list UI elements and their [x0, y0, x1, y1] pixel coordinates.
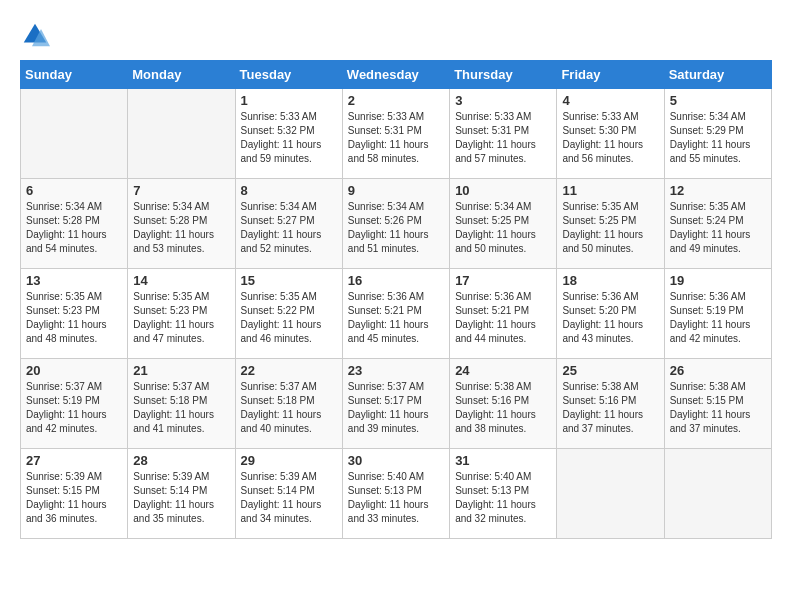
day-number: 17 [455, 273, 551, 288]
day-info: Sunrise: 5:39 AMSunset: 5:15 PMDaylight:… [26, 470, 122, 526]
day-info: Sunrise: 5:34 AMSunset: 5:28 PMDaylight:… [26, 200, 122, 256]
calendar-cell: 16Sunrise: 5:36 AMSunset: 5:21 PMDayligh… [342, 269, 449, 359]
calendar-cell: 10Sunrise: 5:34 AMSunset: 5:25 PMDayligh… [450, 179, 557, 269]
header-cell-thursday: Thursday [450, 61, 557, 89]
day-number: 2 [348, 93, 444, 108]
day-info: Sunrise: 5:34 AMSunset: 5:26 PMDaylight:… [348, 200, 444, 256]
calendar-cell: 4Sunrise: 5:33 AMSunset: 5:30 PMDaylight… [557, 89, 664, 179]
day-number: 25 [562, 363, 658, 378]
calendar-cell: 20Sunrise: 5:37 AMSunset: 5:19 PMDayligh… [21, 359, 128, 449]
day-info: Sunrise: 5:37 AMSunset: 5:17 PMDaylight:… [348, 380, 444, 436]
calendar-cell: 19Sunrise: 5:36 AMSunset: 5:19 PMDayligh… [664, 269, 771, 359]
day-info: Sunrise: 5:33 AMSunset: 5:31 PMDaylight:… [348, 110, 444, 166]
calendar-cell: 7Sunrise: 5:34 AMSunset: 5:28 PMDaylight… [128, 179, 235, 269]
calendar-cell: 3Sunrise: 5:33 AMSunset: 5:31 PMDaylight… [450, 89, 557, 179]
day-info: Sunrise: 5:40 AMSunset: 5:13 PMDaylight:… [348, 470, 444, 526]
calendar-cell: 29Sunrise: 5:39 AMSunset: 5:14 PMDayligh… [235, 449, 342, 539]
day-info: Sunrise: 5:37 AMSunset: 5:18 PMDaylight:… [133, 380, 229, 436]
day-info: Sunrise: 5:36 AMSunset: 5:21 PMDaylight:… [455, 290, 551, 346]
header-cell-saturday: Saturday [664, 61, 771, 89]
logo [20, 20, 54, 50]
day-number: 13 [26, 273, 122, 288]
day-info: Sunrise: 5:33 AMSunset: 5:32 PMDaylight:… [241, 110, 337, 166]
calendar-cell: 9Sunrise: 5:34 AMSunset: 5:26 PMDaylight… [342, 179, 449, 269]
header-cell-monday: Monday [128, 61, 235, 89]
day-number: 5 [670, 93, 766, 108]
calendar-cell: 12Sunrise: 5:35 AMSunset: 5:24 PMDayligh… [664, 179, 771, 269]
day-info: Sunrise: 5:39 AMSunset: 5:14 PMDaylight:… [241, 470, 337, 526]
day-info: Sunrise: 5:37 AMSunset: 5:19 PMDaylight:… [26, 380, 122, 436]
day-info: Sunrise: 5:34 AMSunset: 5:29 PMDaylight:… [670, 110, 766, 166]
day-number: 4 [562, 93, 658, 108]
day-number: 7 [133, 183, 229, 198]
day-info: Sunrise: 5:36 AMSunset: 5:21 PMDaylight:… [348, 290, 444, 346]
day-number: 31 [455, 453, 551, 468]
day-number: 29 [241, 453, 337, 468]
calendar-cell: 15Sunrise: 5:35 AMSunset: 5:22 PMDayligh… [235, 269, 342, 359]
day-number: 23 [348, 363, 444, 378]
day-number: 26 [670, 363, 766, 378]
header-row: SundayMondayTuesdayWednesdayThursdayFrid… [21, 61, 772, 89]
calendar-cell: 13Sunrise: 5:35 AMSunset: 5:23 PMDayligh… [21, 269, 128, 359]
calendar-cell: 14Sunrise: 5:35 AMSunset: 5:23 PMDayligh… [128, 269, 235, 359]
calendar-cell: 1Sunrise: 5:33 AMSunset: 5:32 PMDaylight… [235, 89, 342, 179]
day-number: 11 [562, 183, 658, 198]
day-number: 15 [241, 273, 337, 288]
calendar-cell [21, 89, 128, 179]
page-header [20, 20, 772, 50]
calendar-cell: 22Sunrise: 5:37 AMSunset: 5:18 PMDayligh… [235, 359, 342, 449]
day-number: 14 [133, 273, 229, 288]
header-cell-friday: Friday [557, 61, 664, 89]
day-info: Sunrise: 5:33 AMSunset: 5:30 PMDaylight:… [562, 110, 658, 166]
day-info: Sunrise: 5:40 AMSunset: 5:13 PMDaylight:… [455, 470, 551, 526]
week-row-1: 1Sunrise: 5:33 AMSunset: 5:32 PMDaylight… [21, 89, 772, 179]
calendar-cell: 17Sunrise: 5:36 AMSunset: 5:21 PMDayligh… [450, 269, 557, 359]
day-info: Sunrise: 5:35 AMSunset: 5:22 PMDaylight:… [241, 290, 337, 346]
day-number: 12 [670, 183, 766, 198]
day-info: Sunrise: 5:36 AMSunset: 5:19 PMDaylight:… [670, 290, 766, 346]
calendar-cell: 5Sunrise: 5:34 AMSunset: 5:29 PMDaylight… [664, 89, 771, 179]
day-info: Sunrise: 5:36 AMSunset: 5:20 PMDaylight:… [562, 290, 658, 346]
day-info: Sunrise: 5:34 AMSunset: 5:27 PMDaylight:… [241, 200, 337, 256]
week-row-3: 13Sunrise: 5:35 AMSunset: 5:23 PMDayligh… [21, 269, 772, 359]
calendar-cell: 11Sunrise: 5:35 AMSunset: 5:25 PMDayligh… [557, 179, 664, 269]
day-number: 24 [455, 363, 551, 378]
header-cell-sunday: Sunday [21, 61, 128, 89]
calendar-cell [128, 89, 235, 179]
day-info: Sunrise: 5:35 AMSunset: 5:23 PMDaylight:… [26, 290, 122, 346]
day-info: Sunrise: 5:38 AMSunset: 5:16 PMDaylight:… [562, 380, 658, 436]
day-number: 20 [26, 363, 122, 378]
week-row-5: 27Sunrise: 5:39 AMSunset: 5:15 PMDayligh… [21, 449, 772, 539]
day-info: Sunrise: 5:39 AMSunset: 5:14 PMDaylight:… [133, 470, 229, 526]
calendar-cell: 6Sunrise: 5:34 AMSunset: 5:28 PMDaylight… [21, 179, 128, 269]
calendar-cell: 27Sunrise: 5:39 AMSunset: 5:15 PMDayligh… [21, 449, 128, 539]
calendar-cell [557, 449, 664, 539]
week-row-4: 20Sunrise: 5:37 AMSunset: 5:19 PMDayligh… [21, 359, 772, 449]
header-cell-tuesday: Tuesday [235, 61, 342, 89]
calendar-cell: 21Sunrise: 5:37 AMSunset: 5:18 PMDayligh… [128, 359, 235, 449]
day-number: 22 [241, 363, 337, 378]
day-info: Sunrise: 5:35 AMSunset: 5:25 PMDaylight:… [562, 200, 658, 256]
calendar-cell: 24Sunrise: 5:38 AMSunset: 5:16 PMDayligh… [450, 359, 557, 449]
day-info: Sunrise: 5:35 AMSunset: 5:24 PMDaylight:… [670, 200, 766, 256]
day-number: 18 [562, 273, 658, 288]
day-number: 8 [241, 183, 337, 198]
day-number: 28 [133, 453, 229, 468]
calendar-cell: 23Sunrise: 5:37 AMSunset: 5:17 PMDayligh… [342, 359, 449, 449]
day-number: 1 [241, 93, 337, 108]
day-number: 30 [348, 453, 444, 468]
day-info: Sunrise: 5:33 AMSunset: 5:31 PMDaylight:… [455, 110, 551, 166]
calendar-cell: 26Sunrise: 5:38 AMSunset: 5:15 PMDayligh… [664, 359, 771, 449]
calendar-body: 1Sunrise: 5:33 AMSunset: 5:32 PMDaylight… [21, 89, 772, 539]
day-number: 21 [133, 363, 229, 378]
day-number: 9 [348, 183, 444, 198]
calendar-table: SundayMondayTuesdayWednesdayThursdayFrid… [20, 60, 772, 539]
day-info: Sunrise: 5:34 AMSunset: 5:28 PMDaylight:… [133, 200, 229, 256]
day-number: 6 [26, 183, 122, 198]
calendar-cell [664, 449, 771, 539]
day-info: Sunrise: 5:38 AMSunset: 5:15 PMDaylight:… [670, 380, 766, 436]
calendar-cell: 25Sunrise: 5:38 AMSunset: 5:16 PMDayligh… [557, 359, 664, 449]
calendar-cell: 8Sunrise: 5:34 AMSunset: 5:27 PMDaylight… [235, 179, 342, 269]
day-number: 3 [455, 93, 551, 108]
day-info: Sunrise: 5:37 AMSunset: 5:18 PMDaylight:… [241, 380, 337, 436]
